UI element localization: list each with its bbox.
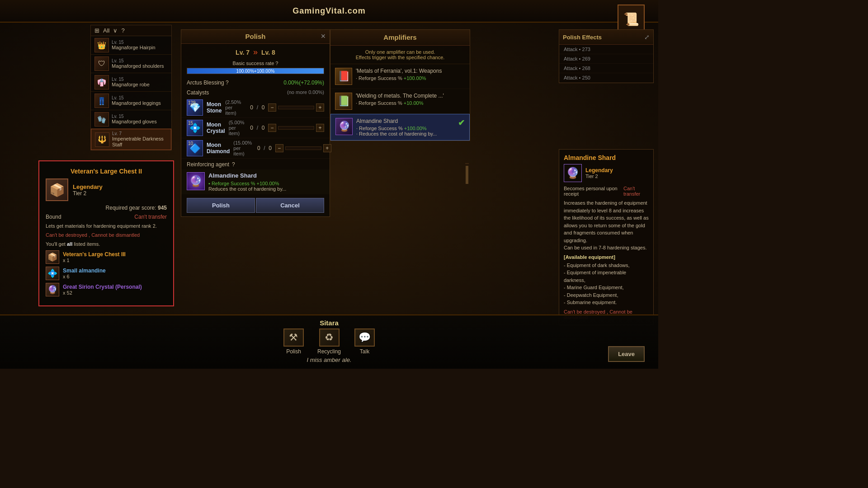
polish-button[interactable]: Polish — [187, 198, 255, 213]
mooncrystal-slider[interactable] — [278, 126, 314, 130]
chest-icon: 📦 — [46, 178, 68, 201]
moondiamond-minus[interactable]: − — [275, 144, 283, 152]
polish-title: Polish — [245, 33, 265, 40]
amp-desc2: Effects trigger with the specified chanc… — [336, 55, 464, 60]
cancel-button[interactable]: Cancel — [256, 198, 324, 213]
moonstone-plus[interactable]: + — [316, 103, 324, 112]
npc-btn-polish[interactable]: ⚒ Polish — [283, 328, 304, 355]
npc-btn-icon-polish: ⚒ — [283, 328, 304, 347]
item-name-leggings: Magnaforged leggings — [112, 100, 161, 106]
item-entry-robe[interactable]: 👘 Lv. 15 Magnaforge robe — [91, 73, 171, 92]
npc-btn-label-talk: Talk — [360, 348, 369, 355]
level-from: Lv. 7 — [236, 49, 250, 56]
amp-entry-2[interactable]: 🔮 Almandine Shard · Reforge Success % +1… — [330, 114, 470, 141]
amp-text-0: 'Metals of Ferrania', vol.1: Weapons · R… — [356, 68, 465, 81]
moondiamond-slider[interactable] — [285, 146, 321, 150]
reinforcing-label: Reinforcing agent — [187, 161, 229, 168]
reward-qty-crystal: x 52 — [63, 290, 142, 296]
alm-bound-row: Becomes personal upon receipt Can't tran… — [564, 186, 649, 197]
amp-effect-2b: · Reduces the cost of hardening by... — [356, 131, 454, 136]
npc-buttons: ⚒ Polish ♻ Recycling 💬 Talk — [0, 328, 658, 355]
catalysts-header: Catalysts (no more 0.00%) — [181, 88, 330, 98]
catalyst-row-mooncrystal: 15 💠 Moon Crystal (5.00% per item) 0 / 0… — [181, 118, 330, 138]
amp-effect-2a: · Reforge Success % +100.00% — [356, 126, 454, 131]
polish-tab-icon: 📜 — [623, 12, 639, 27]
alm-desc-full: Increases the hardening of equipment imm… — [564, 199, 649, 252]
item-entry-gloves[interactable]: 🧤 Lv. 15 Magnaforged gloves — [91, 110, 171, 129]
mooncrystal-minus[interactable]: − — [268, 124, 276, 132]
effects-expand-icon[interactable]: ⤢ — [644, 33, 650, 41]
moondiamond-qty-left: 0 — [255, 145, 262, 151]
effects-title: Polish Effects — [563, 34, 602, 41]
npc-name: Sitara — [0, 315, 658, 328]
item-name-staff: Impenetrable Darkness Staff — [112, 136, 167, 148]
moondiamond-plus[interactable]: + — [323, 144, 331, 152]
amp-entry-1[interactable]: 📗 'Welding of metals. The Complete ...' … — [330, 89, 470, 114]
amp-desc1: Only one amplifier can be used. — [336, 49, 464, 55]
cant-transfer: Can't transfer — [134, 214, 167, 220]
bound-label: Bound — [46, 214, 61, 220]
mooncrystal-pct: (5.00% per item) — [229, 120, 245, 136]
moondiamond-qty-right: 0 — [267, 145, 274, 151]
item-icon-robe: 👘 — [94, 75, 109, 89]
reward-qty-almandine: x 6 — [63, 274, 106, 279]
npc-btn-icon-talk: 💬 — [354, 328, 375, 347]
moondiamond-name: Moon Diamond — [207, 142, 230, 155]
reward-name-chest3: Veteran's Large Chest III — [63, 251, 126, 258]
item-name-shoulders: Magnaforged shoulders — [112, 63, 164, 69]
polish-btn-row: Polish Cancel — [187, 198, 324, 213]
almandine-details-panel: Almandine Shard 🔮 Legendary Tier 2 Becom… — [559, 149, 654, 325]
mooncrystal-plus[interactable]: + — [316, 124, 324, 132]
npc-btn-talk[interactable]: 💬 Talk — [354, 328, 375, 355]
dropdown-icon[interactable]: ∨ — [113, 27, 118, 34]
amp-effect-1: · Reforge Success % +10.00% — [356, 100, 465, 106]
polish-close-btn[interactable]: ✕ — [321, 33, 326, 40]
npc-btn-label-polish: Polish — [286, 348, 301, 355]
reward-icon-crystal: 🔮 — [46, 283, 59, 296]
help-icon: ? — [121, 27, 124, 34]
leave-button[interactable]: Leave — [608, 346, 645, 362]
catalyst-icon-moondiamond: 10 🔷 — [187, 140, 203, 156]
level-arrow: » — [253, 47, 258, 57]
bound-row: Bound Can't transfer — [46, 214, 167, 220]
help-icon-reinf: ? — [232, 161, 235, 168]
item-info-gloves: Lv. 15 Magnaforged gloves — [112, 114, 157, 125]
almandine-shard-row: 🔮 Almandine Shard • Reforge Success % +1… — [181, 169, 330, 194]
amp-entry-0[interactable]: 📕 'Metals of Ferrania', vol.1: Weapons ·… — [330, 64, 470, 89]
npc-btn-recycling[interactable]: ♻ Recycling — [317, 328, 341, 355]
amp-scrollbar[interactable] — [465, 163, 469, 164]
alm-bound-label: Becomes personal upon receipt — [564, 186, 623, 197]
top-banner: GamingVital.com — [0, 0, 658, 23]
gear-score-value: 945 — [158, 205, 167, 211]
item-info-robe: Lv. 15 Magnaforge robe — [112, 77, 150, 88]
alm-det-tier: Tier 2 — [585, 174, 613, 179]
polish-header: Polish ✕ — [181, 30, 330, 44]
item-level-hairpin: Lv. 15 — [112, 40, 156, 45]
almandine-info: Almandine Shard • Reforge Success % +100… — [208, 172, 286, 192]
item-entry-hairpin[interactable]: 👑 Lv. 15 Magnaforge Hairpin — [91, 36, 171, 55]
moonstone-minus[interactable]: − — [268, 103, 276, 112]
item-entry-staff[interactable]: 🔱 Lv. 7 Impenetrable Darkness Staff — [91, 129, 171, 150]
almandine-icon: 🔮 — [187, 172, 205, 190]
moonstone-slider[interactable] — [278, 106, 314, 109]
alm-available: [Available equipment] — [564, 254, 649, 260]
moonstone-qty-right: 0 — [260, 104, 266, 111]
level-row: Lv. 7 » Lv. 8 — [181, 44, 330, 61]
item-level-staff: Lv. 7 — [112, 131, 167, 136]
item-entry-shoulders[interactable]: 🛡 Lv. 15 Magnaforged shoulders — [91, 55, 171, 73]
level-to: Lv. 8 — [261, 49, 275, 56]
chest-rarity-info: Legendary Tier 2 — [73, 183, 103, 197]
checkmark-icon: ✔ — [458, 118, 465, 128]
moonstone-name: Moon Stone — [207, 101, 222, 114]
amp-effect-0: · Reforge Success % +100.00% — [356, 75, 465, 81]
reward-info-chest3: Veteran's Large Chest III x 1 — [63, 251, 126, 263]
item-list: ⊞ All ∨ ? 👑 Lv. 15 Magnaforge Hairpin 🛡 … — [90, 25, 172, 150]
filter-label: All — [103, 27, 109, 34]
reward-item-crystal: 🔮 Great Sirion Crystal (Personal) x 52 — [46, 283, 167, 296]
item-entry-leggings[interactable]: 👖 Lv. 15 Magnaforged leggings — [91, 92, 171, 110]
reward-icon-almandine: 💠 — [46, 267, 59, 280]
amp-text-1: 'Welding of metals. The Complete ...' · … — [356, 93, 465, 106]
item-name-gloves: Magnaforged gloves — [112, 119, 157, 125]
bottom-bar: Sitara ⚒ Polish ♻ Recycling 💬 Talk I mis… — [0, 314, 658, 369]
amp-icon-0: 📕 — [335, 68, 352, 85]
